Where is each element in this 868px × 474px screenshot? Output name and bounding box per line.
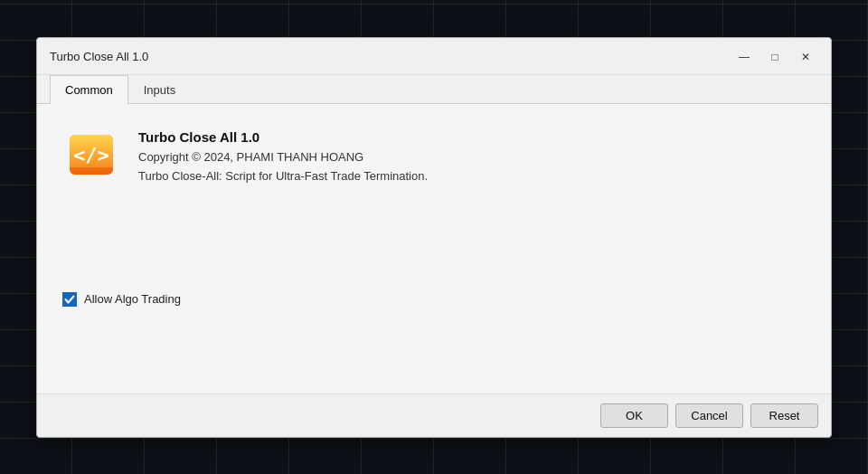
reset-button[interactable]: Reset	[750, 403, 818, 428]
dialog-title: Turbo Close All 1.0	[50, 50, 148, 63]
app-details: Turbo Close All 1.0 Copyright © 2024, PH…	[138, 126, 428, 183]
allow-algo-section: Allow Algo Trading	[62, 292, 806, 307]
close-button[interactable]: ✕	[793, 47, 818, 67]
app-description: Turbo Close-All: Script for Ultra-Fast T…	[138, 169, 428, 183]
allow-algo-checkbox[interactable]	[62, 292, 77, 307]
tab-inputs[interactable]: Inputs	[128, 75, 191, 104]
tabs-bar: Common Inputs	[37, 75, 831, 104]
dialog-overlay: Turbo Close All 1.0 — □ ✕ Common Inputs	[0, 0, 868, 474]
maximize-button[interactable]: □	[762, 47, 788, 67]
allow-algo-label: Allow Algo Trading	[84, 292, 181, 306]
title-bar: Turbo Close All 1.0 — □ ✕	[37, 38, 831, 75]
tab-common[interactable]: Common	[50, 75, 128, 104]
app-name: Turbo Close All 1.0	[138, 129, 428, 145]
app-info-section: </> Turbo Close All 1.0 Copyright © 2024…	[62, 126, 806, 184]
title-controls: — □ ✕	[731, 47, 818, 67]
app-copyright: Copyright © 2024, PHAMI THANH HOANG	[138, 150, 428, 164]
app-icon: </>	[62, 126, 120, 184]
minimize-button[interactable]: —	[731, 47, 757, 67]
svg-text:</>: </>	[73, 144, 109, 166]
cancel-button[interactable]: Cancel	[675, 403, 743, 428]
ok-button[interactable]: OK	[600, 403, 668, 428]
dialog: Turbo Close All 1.0 — □ ✕ Common Inputs	[36, 37, 832, 438]
tab-content-common: </> Turbo Close All 1.0 Copyright © 2024…	[37, 104, 831, 393]
dialog-footer: OK Cancel Reset	[37, 393, 831, 437]
